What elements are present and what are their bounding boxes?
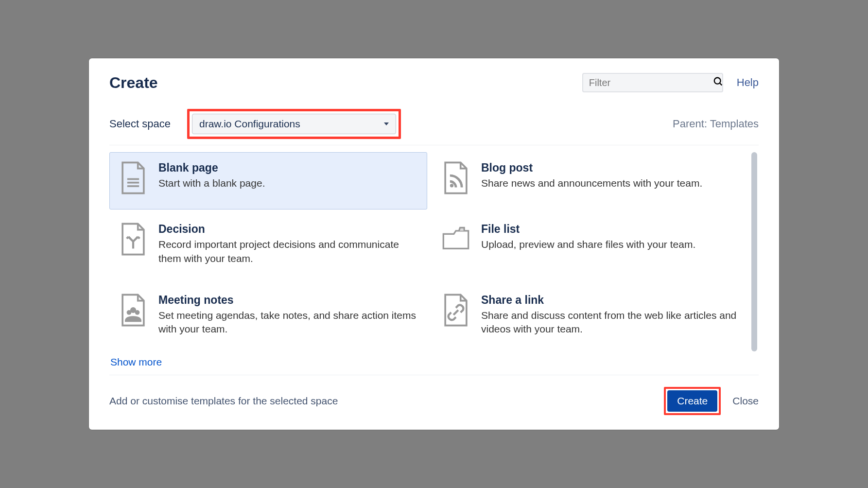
footer-buttons: Create Close [664,387,759,415]
template-title: Share a link [481,294,741,307]
dialog-title: Create [109,74,158,92]
template-card[interactable]: Blank pageStart with a blank page. [109,152,427,209]
svg-point-5 [450,184,453,187]
template-title: Blog post [481,161,741,174]
filter-input[interactable] [588,77,713,89]
template-card[interactable]: Share a linkShare and discuss content fr… [432,284,750,351]
divider [109,375,759,375]
dialog-footer: Add or customise templates for the selec… [109,387,759,415]
template-text: Blank pageStart with a blank page. [158,161,418,190]
template-description: Upload, preview and share files with you… [481,238,741,251]
template-area: Blank pageStart with a blank page.Blog p… [109,145,759,351]
template-card[interactable]: File listUpload, preview and share files… [432,213,750,280]
template-text: DecisionRecord important project decisio… [158,223,418,265]
space-select-highlight: draw.io Configurations [187,109,401,139]
template-description: Share news and announcements with your t… [481,176,741,190]
folder-icon [441,223,470,256]
template-description: Share and discuss content from the web l… [481,309,741,336]
template-card[interactable]: Meeting notesSet meeting agendas, take n… [109,284,427,351]
close-button[interactable]: Close [732,395,759,407]
template-text: Blog postShare news and announcements wi… [481,161,741,190]
scrollbar-thumb[interactable] [751,152,757,351]
customise-templates-link[interactable]: Add or customise templates for the selec… [109,395,338,407]
template-title: File list [481,223,741,236]
people-icon [119,294,148,327]
link-icon [441,294,470,327]
template-description: Set meeting agendas, take notes, and sha… [158,309,418,336]
template-grid: Blank pageStart with a blank page.Blog p… [109,145,750,351]
svg-line-1 [720,83,722,86]
space-left: Select space draw.io Configurations [109,109,401,139]
space-select-value: draw.io Configurations [199,118,300,130]
scrollbar[interactable] [750,145,759,351]
template-text: File listUpload, preview and share files… [481,223,741,251]
space-select[interactable]: draw.io Configurations [192,114,396,134]
create-dialog: Create Help Select space draw.io Configu… [89,58,779,430]
search-icon [713,76,724,89]
svg-point-8 [130,307,136,313]
parent-label: Parent: Templates [673,118,759,130]
chevron-down-icon [384,122,389,125]
template-description: Start with a blank page. [158,176,418,190]
page-icon [119,161,148,194]
template-card[interactable]: DecisionRecord important project decisio… [109,213,427,280]
template-text: Share a linkShare and discuss content fr… [481,294,741,336]
create-button-highlight: Create [664,387,721,415]
template-title: Meeting notes [158,294,418,307]
create-button[interactable]: Create [667,390,717,412]
svg-point-0 [714,78,721,84]
dialog-header-right: Help [582,73,759,92]
space-row: Select space draw.io Configurations Pare… [109,109,759,139]
space-label: Select space [109,118,171,130]
filter-input-wrap[interactable] [582,73,723,92]
template-title: Decision [158,223,418,236]
help-link[interactable]: Help [737,76,759,89]
template-description: Record important project decisions and c… [158,238,418,265]
show-more-link[interactable]: Show more [109,351,759,375]
template-text: Meeting notesSet meeting agendas, take n… [158,294,418,336]
fork-icon [119,223,148,256]
dialog-header: Create Help [109,73,759,92]
rss-icon [441,161,470,194]
template-title: Blank page [158,161,418,174]
template-card[interactable]: Blog postShare news and announcements wi… [432,152,750,209]
